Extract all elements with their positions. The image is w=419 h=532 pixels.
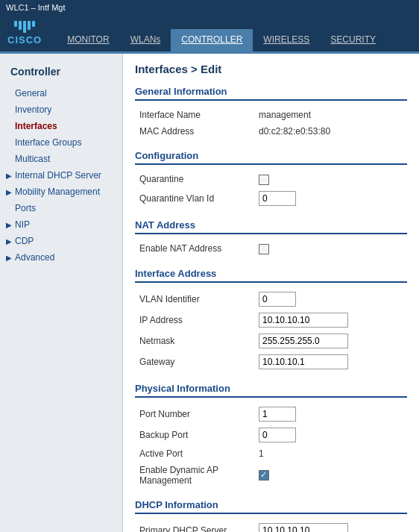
field-value-ip [254, 310, 407, 331]
netmask-input[interactable] [259, 334, 348, 348]
section-nat: NAT Address Enable NAT Address [135, 219, 407, 257]
arrow-icon-3: ▶ [6, 221, 12, 229]
field-value-gateway [254, 351, 407, 372]
backup-port-input[interactable] [259, 428, 296, 442]
table-row: Quarantine Vlan Id [135, 188, 407, 209]
field-label-active-port: Active Port [135, 445, 254, 462]
form-table-general: Interface Name management MAC Address d0… [135, 107, 407, 140]
field-label-quarantine: Quarantine [135, 171, 254, 188]
table-row: Enable Dynamic AP Management [135, 462, 407, 489]
nav-tab-wireless[interactable]: WIRELESS [253, 29, 320, 53]
sidebar-item-inventory[interactable]: Inventory [0, 101, 122, 118]
logo-bars [14, 21, 35, 33]
form-table-config: Quarantine Quarantine Vlan Id [135, 171, 407, 209]
section-configuration: Configuration Quarantine Quarantine Vlan… [135, 150, 407, 209]
field-value-quarantine [254, 171, 407, 188]
quarantine-checkbox[interactable] [259, 175, 269, 185]
sidebar-item-internal-dhcp[interactable]: ▶ Internal DHCP Server [0, 167, 122, 184]
field-value-vlan-id [254, 289, 407, 310]
logo-bar-1 [14, 21, 17, 27]
table-row: Port Number [135, 404, 407, 425]
sidebar-item-advanced[interactable]: ▶ Advanced [0, 249, 122, 266]
ip-address-input[interactable] [259, 313, 348, 328]
arrow-icon-2: ▶ [6, 188, 12, 196]
sidebar: Controller General Inventory Interfaces … [0, 54, 123, 532]
section-header-physical: Physical Information [135, 383, 407, 398]
section-physical: Physical Information Port Number Backup … [135, 383, 407, 489]
sidebar-item-ports[interactable]: Ports [0, 200, 122, 216]
field-label-vlan-id: VLAN Identifier [135, 289, 254, 310]
section-general-info: General Information Interface Name manag… [135, 86, 407, 140]
field-value-mac: d0:c2:82:e0:53:80 [254, 123, 407, 140]
table-row: Quarantine [135, 171, 407, 188]
sidebar-item-mobility[interactable]: ▶ Mobility Management [0, 184, 122, 200]
form-table-physical: Port Number Backup Port Active Port 1 [135, 404, 407, 489]
logo-bar-2 [19, 21, 22, 30]
arrow-icon: ▶ [6, 172, 12, 180]
section-header-general: General Information [135, 86, 407, 101]
nav-tabs: MONITOR WLANs CONTROLLER WIRELESS SECURI… [57, 14, 386, 53]
table-row: Backup Port [135, 425, 407, 445]
logo-text: CISCO [7, 34, 42, 46]
field-value-primary-dhcp [254, 520, 407, 532]
table-row: Primary DHCP Server [135, 520, 407, 532]
section-header-config: Configuration [135, 150, 407, 165]
section-interface-address: Interface Address VLAN Identifier IP Add… [135, 268, 407, 372]
logo-area: CISCO [7, 21, 42, 46]
field-label-quarantine-vlan: Quarantine Vlan Id [135, 188, 254, 209]
nat-checkbox[interactable] [259, 244, 269, 254]
section-header-dhcp: DHCP Information [135, 499, 407, 514]
field-label-netmask: Netmask [135, 331, 254, 351]
logo-bar-5 [32, 21, 35, 27]
nav-tab-wlans[interactable]: WLANs [120, 29, 171, 53]
field-value-quarantine-vlan [254, 188, 407, 209]
sidebar-item-interface-groups[interactable]: Interface Groups [0, 134, 122, 151]
section-dhcp: DHCP Information Primary DHCP Server [135, 499, 407, 532]
table-row: Enable NAT Address [135, 240, 407, 257]
field-label-primary-dhcp: Primary DHCP Server [135, 520, 254, 532]
sidebar-item-cdp[interactable]: ▶ CDP [0, 233, 122, 249]
table-row: MAC Address d0:c2:82:e0:53:80 [135, 123, 407, 140]
sidebar-item-multicast[interactable]: Multicast [0, 151, 122, 167]
title-bar: WLC1 – Intf Mgt [0, 0, 419, 15]
main-content: Interfaces > Edit General Information In… [123, 54, 419, 532]
quarantine-vlan-input[interactable] [259, 191, 296, 206]
arrow-icon-5: ▶ [6, 254, 12, 262]
sidebar-item-nip[interactable]: ▶ NIP [0, 216, 122, 233]
vlan-id-input[interactable] [259, 292, 296, 307]
table-row: VLAN Identifier [135, 289, 407, 310]
port-number-input[interactable] [259, 407, 296, 422]
field-value-backup-port [254, 425, 407, 445]
arrow-icon-4: ▶ [6, 237, 12, 245]
field-value-port-number [254, 404, 407, 425]
dynamic-ap-checkbox[interactable] [259, 470, 269, 481]
table-row: Netmask [135, 331, 407, 351]
field-value-netmask [254, 331, 407, 351]
gateway-input[interactable] [259, 354, 348, 369]
nav-tab-security[interactable]: SECURITY [320, 29, 386, 53]
nav-tab-monitor[interactable]: MONITOR [57, 29, 119, 53]
sidebar-item-general[interactable]: General [0, 85, 122, 101]
primary-dhcp-input[interactable] [259, 523, 348, 532]
field-value-enable-nat [254, 240, 407, 257]
field-value-active-port: 1 [254, 445, 407, 462]
field-label-ip: IP Address [135, 310, 254, 331]
form-table-interface-addr: VLAN Identifier IP Address Netmask [135, 289, 407, 372]
section-header-interface-addr: Interface Address [135, 268, 407, 283]
field-label-backup-port: Backup Port [135, 425, 254, 445]
field-label-dynamic-ap: Enable Dynamic AP Management [135, 462, 254, 489]
title-text: WLC1 – Intf Mgt [6, 3, 65, 12]
sidebar-item-interfaces[interactable]: Interfaces [0, 118, 122, 134]
form-table-dhcp: Primary DHCP Server [135, 520, 407, 532]
field-value-interface-name: management [254, 107, 407, 123]
sidebar-title: Controller [0, 61, 122, 85]
page-title: Interfaces > Edit [135, 63, 407, 75]
header: CISCO MONITOR WLANs CONTROLLER WIRELESS … [0, 15, 419, 54]
field-label-enable-nat: Enable NAT Address [135, 240, 254, 257]
field-label-interface-name: Interface Name [135, 107, 254, 123]
field-label-gateway: Gateway [135, 351, 254, 372]
nav-tab-controller[interactable]: CONTROLLER [171, 29, 253, 53]
table-row: IP Address [135, 310, 407, 331]
section-header-nat: NAT Address [135, 219, 407, 234]
layout: Controller General Inventory Interfaces … [0, 54, 419, 532]
